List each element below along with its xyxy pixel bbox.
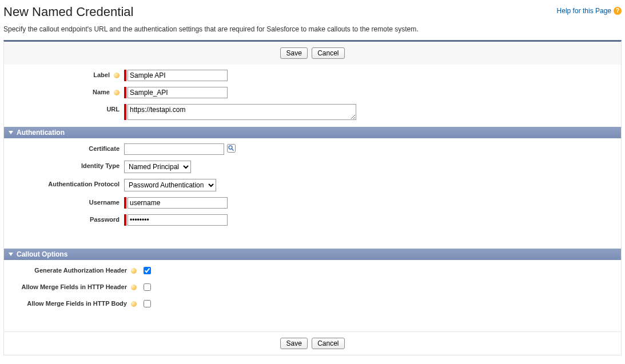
help-link-label: Help for this Page (557, 7, 611, 15)
cancel-button-bottom[interactable]: Cancel (312, 338, 344, 349)
chevron-down-icon (9, 131, 13, 134)
identity-type-label: Identity Type (4, 161, 124, 169)
info-icon[interactable] (114, 90, 120, 95)
svg-rect-0 (227, 144, 235, 152)
info-icon[interactable] (131, 301, 137, 307)
save-button[interactable]: Save (280, 47, 307, 59)
lookup-icon[interactable] (226, 143, 236, 153)
cancel-button[interactable]: Cancel (312, 47, 344, 59)
password-input[interactable] (128, 214, 228, 226)
password-label: Password (4, 214, 124, 223)
auth-protocol-label: Authentication Protocol (4, 179, 124, 187)
certificate-input[interactable] (124, 143, 224, 155)
info-icon[interactable] (114, 73, 120, 78)
help-icon: ? (614, 7, 622, 15)
page-title: New Named Credential (3, 5, 133, 19)
name-label: Name (4, 87, 124, 95)
name-input[interactable] (128, 87, 228, 98)
identity-type-select[interactable]: Named Principal (124, 161, 191, 173)
required-indicator (124, 104, 126, 120)
required-indicator (124, 214, 126, 226)
merge-body-label: Allow Merge Fields in HTTP Body (4, 298, 141, 307)
merge-body-checkbox[interactable] (144, 300, 151, 307)
required-indicator (124, 70, 126, 81)
url-label: URL (4, 104, 124, 113)
url-input[interactable]: <span></span> (128, 104, 356, 120)
label-input[interactable] (128, 70, 228, 81)
help-link[interactable]: Help for this Page ? (557, 7, 622, 15)
section-title-callout: Callout Options (17, 250, 67, 258)
info-icon[interactable] (131, 285, 137, 290)
chevron-down-icon (9, 253, 13, 256)
username-input[interactable] (128, 197, 228, 209)
section-header-auth[interactable]: Authentication (4, 126, 621, 138)
section-header-callout[interactable]: Callout Options (4, 248, 621, 260)
required-indicator (124, 87, 126, 98)
merge-header-label: Allow Merge Fields in HTTP Header (4, 282, 141, 290)
button-bar-top: Save Cancel (4, 42, 621, 65)
form-panel: Save Cancel Label Name (3, 40, 622, 355)
save-button-bottom[interactable]: Save (280, 338, 307, 349)
gen-auth-header-checkbox[interactable] (144, 267, 151, 274)
label-label: Label (4, 70, 124, 78)
gen-auth-header-label: Generate Authorization Header (4, 265, 141, 274)
required-indicator (124, 197, 126, 209)
button-bar-bottom: Save Cancel (4, 331, 621, 355)
merge-header-checkbox[interactable] (144, 283, 151, 291)
info-icon[interactable] (131, 268, 137, 274)
page-description: Specify the callout endpoint's URL and t… (3, 25, 622, 33)
username-label: Username (4, 197, 124, 206)
auth-protocol-select[interactable]: Password Authentication (124, 179, 216, 191)
section-title-auth: Authentication (17, 129, 65, 137)
certificate-label: Certificate (4, 143, 124, 152)
